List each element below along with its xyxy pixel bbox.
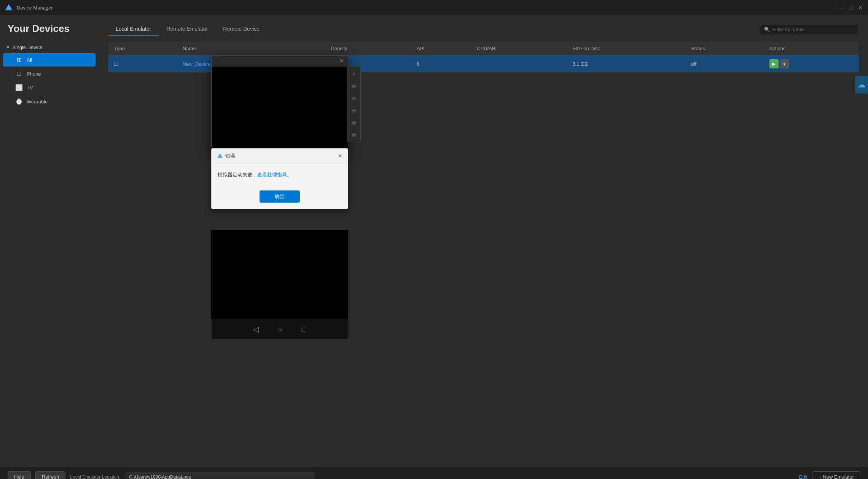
error-link[interactable]: 查看处理指导 xyxy=(257,172,287,178)
error-logo-icon xyxy=(217,153,223,159)
col-api: API xyxy=(411,42,471,56)
emu-power-btn[interactable]: ◎ xyxy=(349,130,359,140)
phone-type-icon: □ xyxy=(114,60,118,67)
minimize-button[interactable]: — xyxy=(839,5,845,11)
bottom-bar-right: Edit + New Emulator xyxy=(799,471,860,479)
tab-local-emulator[interactable]: Local Emulator xyxy=(108,23,159,36)
sidebar: Your Devices ▼ Single Device ⊞ All □ Pho… xyxy=(0,15,99,467)
refresh-button[interactable]: Refresh xyxy=(35,471,66,479)
actions-cell: ▶ ▾ xyxy=(769,59,853,68)
row-size-cell: 3.1 GB xyxy=(566,56,685,73)
nav-back-icon[interactable]: ◁ xyxy=(253,325,259,334)
col-name: Name xyxy=(177,42,325,56)
title-bar: Device Manager — □ ✕ xyxy=(0,0,868,15)
tabs: Local Emulator Remote Emulator Remote De… xyxy=(108,23,267,36)
location-label: Local Emulator Location: xyxy=(70,474,120,479)
sidebar-item-wearable-label: Wearable xyxy=(27,99,48,105)
cloud-icon: ☁ xyxy=(857,80,866,89)
tab-remote-emulator[interactable]: Remote Emulator xyxy=(159,23,215,36)
filter-input[interactable] xyxy=(772,27,855,32)
svg-marker-1 xyxy=(217,153,222,158)
sidebar-item-tv-label: TV xyxy=(27,85,33,90)
col-density: Density xyxy=(325,42,410,56)
main-layout: Your Devices ▼ Single Device ⊞ All □ Pho… xyxy=(0,15,868,467)
sidebar-section-single-device[interactable]: ▼ Single Device xyxy=(0,42,99,52)
sidebar-section-label: Single Device xyxy=(12,44,43,50)
emu-rotate-btn[interactable]: ◎ xyxy=(349,105,359,115)
all-icon: ⊞ xyxy=(15,56,23,63)
tabs-row: Local Emulator Remote Emulator Remote De… xyxy=(108,23,859,36)
location-path: C:\Users\y1990\AppData\Loca xyxy=(125,473,315,479)
emulator-screen-bottom xyxy=(211,230,348,319)
bottom-bar: Help Refresh Local Emulator Location: C:… xyxy=(0,467,868,479)
col-cpu-abi: CPU/ABI xyxy=(471,42,566,56)
nav-home-icon[interactable]: ○ xyxy=(278,325,282,334)
filter-input-container[interactable]: 🔍 xyxy=(760,25,859,34)
app-title: Device Manager xyxy=(17,5,53,11)
title-bar-left: Device Manager xyxy=(5,3,53,12)
new-emulator-button[interactable]: + New Emulator xyxy=(812,471,860,479)
row-actions-cell: ▶ ▾ xyxy=(763,56,859,73)
emu-vol-up-btn[interactable]: ◎ xyxy=(349,81,359,91)
error-title-text: 错误 xyxy=(225,152,235,159)
col-type: Type xyxy=(108,42,177,56)
row-status-cell: off xyxy=(685,56,763,73)
nav-recent-icon[interactable]: □ xyxy=(302,325,306,334)
emulator-screen-top xyxy=(212,67,348,150)
emulator-close-button[interactable]: ✕ xyxy=(339,58,344,64)
col-status: Status xyxy=(685,42,763,56)
sidebar-item-all[interactable]: ⊞ All xyxy=(3,53,96,67)
edit-button[interactable]: Edit xyxy=(799,474,807,479)
wearable-icon: ⌚ xyxy=(15,98,23,105)
sidebar-item-tv[interactable]: ⬜ TV xyxy=(3,81,96,94)
error-dialog: 错误 ✕ 模拟器启动失败，查看处理指导。 确定 xyxy=(211,148,348,209)
help-button[interactable]: Help xyxy=(8,471,31,479)
phone-icon: □ xyxy=(15,70,23,77)
emulator-nav-bar: ◁ ○ □ xyxy=(211,319,348,339)
bottom-bar-left: Help Refresh Local Emulator Location: C:… xyxy=(8,471,315,479)
error-suffix: 。 xyxy=(287,172,292,178)
table-header-row: Type Name Density API CPU/ABI Size on Di… xyxy=(108,42,859,56)
sidebar-item-all-label: All xyxy=(27,57,32,63)
col-actions: Actions xyxy=(763,42,859,56)
error-dialog-footer: 确定 xyxy=(212,187,348,209)
row-api-cell: 6 xyxy=(411,56,471,73)
app-logo-icon xyxy=(5,3,13,12)
emulator-titlebar: ✕ xyxy=(212,56,348,67)
sidebar-item-phone[interactable]: □ Phone xyxy=(3,67,96,80)
col-size-on-disk: Size on Disk xyxy=(566,42,685,56)
emu-menu-btn[interactable]: ≡ xyxy=(349,69,359,79)
actions-dropdown-button[interactable]: ▾ xyxy=(780,59,789,68)
play-button[interactable]: ▶ xyxy=(769,59,779,68)
chevron-down-icon: ▼ xyxy=(6,45,10,49)
tab-remote-device[interactable]: Remote Device xyxy=(215,23,267,36)
sidebar-item-wearable[interactable]: ⌚ Wearable xyxy=(3,95,96,108)
error-dialog-title: 错误 xyxy=(217,152,235,159)
error-dialog-close-button[interactable]: ✕ xyxy=(338,153,342,159)
title-bar-controls: — □ ✕ xyxy=(839,5,863,11)
right-panel-button[interactable]: ☁ xyxy=(855,76,868,94)
maximize-button[interactable]: □ xyxy=(848,5,854,11)
emu-screenshot-btn[interactable]: ◎ xyxy=(349,117,359,127)
emu-vol-down-btn[interactable]: ◎ xyxy=(349,93,359,103)
emulator-sidebar-controls: ≡ ◎ ◎ ◎ ◎ ◎ xyxy=(347,66,361,142)
row-cpu-cell xyxy=(471,56,566,73)
confirm-button[interactable]: 确定 xyxy=(260,190,300,203)
row-type-cell: □ xyxy=(108,56,177,73)
error-dialog-body: 模拟器启动失败，查看处理指导。 xyxy=(212,163,348,187)
emulator-window: ✕ ≡ ◎ ◎ ◎ ◎ ◎ xyxy=(211,55,348,151)
close-button[interactable]: ✕ xyxy=(857,5,863,11)
page-title: Your Devices xyxy=(0,23,99,42)
error-message-text: 模拟器启动失败， xyxy=(218,172,257,178)
search-icon: 🔍 xyxy=(764,27,770,32)
sidebar-item-phone-label: Phone xyxy=(27,71,41,77)
error-dialog-header: 错误 ✕ xyxy=(212,149,348,163)
svg-marker-0 xyxy=(5,4,12,11)
tv-icon: ⬜ xyxy=(15,84,23,91)
